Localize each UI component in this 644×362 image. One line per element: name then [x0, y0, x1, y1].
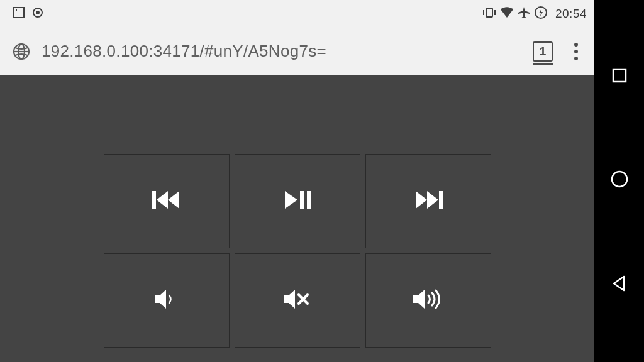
browser-address-bar: 192.168.0.100:34171/#unY/A5Nog7s= 1	[0, 28, 594, 75]
tab-switcher-button[interactable]: 1	[533, 41, 553, 62]
svg-rect-1	[16, 9, 17, 11]
content-area: 20:54 192.168.0.100:34171/#unY/A5Nog7s= …	[0, 0, 594, 362]
svg-point-18	[612, 172, 627, 187]
svg-point-3	[36, 11, 40, 14]
control-grid	[104, 154, 491, 362]
volume-low-icon	[151, 287, 182, 314]
svg-rect-14	[439, 191, 443, 209]
volume-mute-icon	[280, 287, 315, 314]
status-clock: 20:54	[555, 7, 587, 21]
volume-up-button[interactable]	[365, 253, 491, 348]
wifi-icon	[500, 7, 514, 21]
skip-next-icon	[411, 187, 446, 215]
svg-rect-0	[14, 8, 24, 18]
play-pause-icon	[280, 187, 315, 215]
browser-menu-button[interactable]	[563, 43, 583, 60]
volume-high-icon	[409, 287, 447, 314]
play-pause-button[interactable]	[235, 154, 360, 248]
vibrate-icon	[482, 6, 496, 22]
recent-apps-button[interactable]	[611, 67, 628, 87]
svg-rect-11	[152, 191, 156, 209]
back-button[interactable]	[610, 274, 629, 295]
android-navbar	[594, 0, 644, 362]
page-content	[0, 75, 594, 362]
svg-rect-17	[613, 69, 626, 82]
status-left	[13, 6, 44, 22]
airplane-icon	[518, 6, 530, 22]
skip-previous-icon	[149, 187, 184, 215]
target-notif-icon	[31, 6, 44, 22]
previous-button[interactable]	[104, 154, 230, 248]
device-screen: 20:54 192.168.0.100:34171/#unY/A5Nog7s= …	[0, 0, 644, 362]
square-notif-icon	[13, 6, 25, 22]
status-right: 20:54	[482, 6, 587, 23]
home-button[interactable]	[609, 169, 630, 192]
svg-rect-4	[486, 8, 492, 17]
tab-count-value: 1	[540, 45, 547, 58]
globe-icon	[11, 41, 31, 62]
battery-charging-icon	[534, 6, 548, 23]
svg-rect-13	[307, 191, 311, 209]
volume-down-button[interactable]	[104, 253, 230, 348]
mute-button[interactable]	[235, 253, 360, 348]
url-field[interactable]: 192.168.0.100:34171/#unY/A5Nog7s=	[42, 41, 523, 61]
status-bar: 20:54	[0, 0, 594, 28]
next-button[interactable]	[365, 154, 491, 248]
svg-rect-12	[300, 191, 304, 209]
